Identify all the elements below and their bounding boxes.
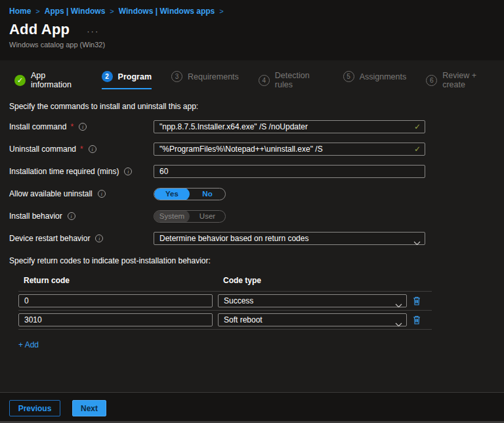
chevron-down-icon [395,299,402,311]
info-icon[interactable]: i [95,234,103,242]
wizard-step-assignments[interactable]: 5 Assignments [343,71,407,88]
chevron-down-icon [395,318,402,330]
page-header: Home > Apps | Windows > Windows | Window… [0,0,504,60]
page-subtitle: Windows catalog app (Win32) [9,41,495,49]
return-code-input[interactable] [18,313,213,326]
install-behavior-toggle: System User [154,210,226,223]
info-icon[interactable]: i [89,145,96,153]
wizard-step-detection-rules[interactable]: 4 Detection rules [259,71,324,95]
info-icon[interactable]: i [98,190,106,198]
delete-row-button[interactable] [413,315,421,324]
previous-button[interactable]: Previous [9,400,60,416]
install-command-label: Install command* i [9,122,154,131]
return-code-row: Success [18,292,432,310]
step-number-icon: 4 [259,75,270,86]
page-title: Add App [9,21,70,38]
step-label: App information [31,71,82,89]
install-behavior-user-option: User [190,211,225,222]
step-label: Requirements [188,72,239,81]
step-label: Program [118,72,152,81]
uninstall-command-input[interactable] [154,143,425,156]
required-asterisk: * [70,122,74,131]
return-code-row: Soft reboot [18,311,432,329]
code-type-value: Soft reboot [224,315,262,324]
label-text: Device restart behavior [9,234,90,243]
trash-icon [413,296,421,305]
install-time-input[interactable] [154,165,425,178]
label-text: Allow available uninstall [9,189,93,198]
required-asterisk: * [80,145,83,154]
allow-uninstall-row: Allow available uninstall i Yes No [9,187,495,200]
uninstall-command-label: Uninstall command* i [9,145,154,154]
return-code-input[interactable] [18,294,213,307]
breadcrumb-windows-apps[interactable]: Windows | Windows apps [119,7,215,16]
restart-behavior-row: Device restart behavior i Determine beha… [9,232,495,245]
step-number-icon: 6 [426,75,437,86]
code-type-column-header: Code type [218,276,407,285]
step-number-icon: 2 [102,71,113,82]
chevron-down-icon [413,236,421,248]
wizard-step-requirements[interactable]: 3 Requirements [171,71,239,88]
trash-icon [413,315,421,324]
install-command-input[interactable] [154,120,425,133]
wizard-step-app-information[interactable]: ✓ App information [14,71,82,95]
install-command-row: Install command* i ✓ [9,120,495,133]
install-behavior-row: Install behavior i System User [9,210,495,223]
allow-uninstall-yes-option[interactable]: Yes [154,188,190,200]
install-time-label: Installation time required (mins) i [9,167,154,176]
step-complete-check-icon: ✓ [14,75,26,86]
step-number-icon: 3 [171,71,182,82]
info-icon[interactable]: i [79,123,87,131]
step-number-icon: 5 [343,71,354,82]
return-codes-table: Return code Code type Success [18,276,432,330]
program-step-content: ✓ App information 2 Program 3 Requiremen… [0,60,504,392]
label-text: Install behavior [9,212,62,221]
info-icon[interactable]: i [124,167,132,175]
uninstall-command-row: Uninstall command* i ✓ [9,143,495,156]
breadcrumb: Home > Apps | Windows > Windows | Window… [9,7,495,16]
step-label: Detection rules [275,71,324,89]
step-label: Assignments [360,72,407,81]
allow-uninstall-label: Allow available uninstall i [9,189,154,198]
label-text: Install command [9,122,66,131]
code-type-select[interactable]: Success [218,294,407,307]
commands-intro-text: Specify the commands to install and unin… [9,102,495,111]
wizard-footer: Previous Next [0,392,504,423]
more-options-icon[interactable]: ··· [87,26,99,36]
table-divider [18,329,432,330]
install-behavior-system-option: System [154,210,190,223]
return-codes-intro-text: Specify return codes to indicate post-in… [9,256,495,265]
breadcrumb-separator-icon: > [35,7,39,15]
allow-uninstall-toggle: Yes No [154,188,226,200]
breadcrumb-apps-windows[interactable]: Apps | Windows [45,7,106,16]
breadcrumb-home[interactable]: Home [9,7,31,16]
wizard-step-program[interactable]: 2 Program [102,71,152,89]
return-code-column-header: Return code [18,276,213,285]
code-type-value: Success [224,296,253,305]
breadcrumb-separator-icon: > [110,7,114,15]
install-behavior-label: Install behavior i [9,212,154,221]
wizard-steps: ✓ App information 2 Program 3 Requiremen… [14,71,495,95]
next-button[interactable]: Next [72,400,106,416]
add-app-page: Home > Apps | Windows > Windows | Window… [0,0,504,423]
restart-behavior-select[interactable]: Determine behavior based on return codes [154,232,425,245]
allow-uninstall-no-option[interactable]: No [190,189,225,200]
label-text: Uninstall command [9,145,76,154]
delete-row-button[interactable] [413,296,421,305]
return-codes-headers: Return code Code type [18,276,432,285]
breadcrumb-separator-icon: > [219,7,223,15]
wizard-step-review-create[interactable]: 6 Review + create [426,71,495,95]
step-label: Review + create [442,71,495,89]
code-type-select[interactable]: Soft reboot [218,313,407,326]
install-time-row: Installation time required (mins) i [9,165,495,178]
info-icon[interactable]: i [68,212,75,220]
restart-behavior-value: Determine behavior based on return codes [159,234,308,243]
label-text: Installation time required (mins) [9,167,119,176]
restart-behavior-label: Device restart behavior i [9,234,154,243]
add-return-code-button[interactable]: + Add [18,340,39,349]
